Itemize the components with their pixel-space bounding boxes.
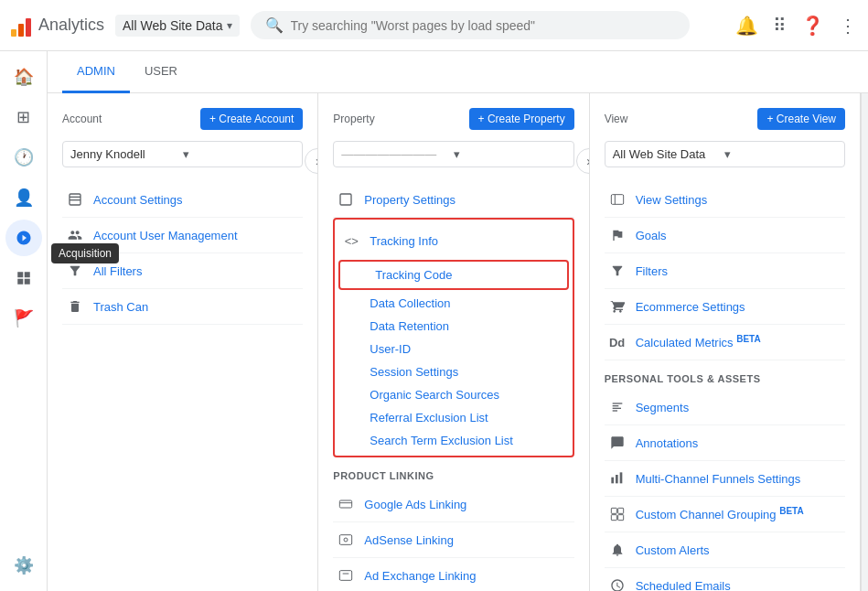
account-settings-label: Account Settings xyxy=(93,193,183,207)
sidebar-item-realtime[interactable]: 🕐 xyxy=(5,139,42,176)
tracking-code-item: Tracking Code xyxy=(338,260,568,290)
svg-rect-12 xyxy=(340,571,352,581)
multi-channel-label: Multi-Channel Funnels Settings xyxy=(636,472,801,486)
create-view-button[interactable]: + Create View xyxy=(757,108,845,130)
property-value: ———————— xyxy=(341,147,454,161)
account-settings-item[interactable]: Account Settings xyxy=(62,182,303,218)
ad-exchange-icon xyxy=(337,566,355,585)
organic-search-sources-link[interactable]: Organic Search Sources xyxy=(338,383,568,406)
sidebar-item-behavior[interactable] xyxy=(5,260,42,296)
custom-channel-grouping-item[interactable]: Custom Channel Grouping BETA xyxy=(605,497,845,532)
goals-icon xyxy=(608,226,627,244)
tracking-info-header[interactable]: <> Tracking Info xyxy=(338,223,568,258)
personal-tools-label: PERSONAL TOOLS & ASSETS xyxy=(605,373,845,384)
help-icon[interactable]: ❓ xyxy=(801,15,824,37)
session-settings-link[interactable]: Session Settings xyxy=(338,360,568,383)
analytics-logo xyxy=(11,15,31,37)
property-selector[interactable]: All Web Site Data ▾ xyxy=(115,15,239,37)
ecommerce-icon xyxy=(608,297,627,316)
calculated-metrics-item[interactable]: Dd Calculated Metrics BETA xyxy=(605,325,845,360)
svg-point-11 xyxy=(344,538,348,542)
view-filters-item[interactable]: Filters xyxy=(605,253,845,289)
property-selector-dropdown[interactable]: ———————— ▾ xyxy=(333,141,573,167)
search-input[interactable] xyxy=(291,18,675,33)
sidebar-item-home[interactable]: 🏠 xyxy=(5,59,42,95)
ecommerce-settings-label: Ecommerce Settings xyxy=(636,300,745,314)
user-id-link[interactable]: User-ID xyxy=(338,338,568,360)
custom-alerts-icon xyxy=(608,541,627,559)
view-column: View + Create View All Web Site Data ▾ V… xyxy=(590,93,861,591)
google-ads-linking-label: Google Ads Linking xyxy=(364,498,466,511)
admin-tabs: ADMIN USER xyxy=(48,51,868,93)
scrollbar[interactable] xyxy=(861,93,868,591)
property-name: All Web Site Data xyxy=(123,18,222,33)
acquisition-tooltip: Acquisition xyxy=(51,243,119,263)
ecommerce-settings-item[interactable]: Ecommerce Settings xyxy=(605,289,845,325)
apps-icon[interactable]: ⠿ xyxy=(773,15,787,37)
segments-icon xyxy=(608,398,627,416)
logo-bar-3 xyxy=(26,18,31,37)
sidebar-item-acquisition[interactable] xyxy=(5,220,42,256)
scheduled-emails-item[interactable]: Scheduled Emails xyxy=(605,568,845,591)
account-user-management-label: Account User Management xyxy=(93,229,238,242)
sidebar-item-goals[interactable]: 🚩 xyxy=(5,300,42,337)
google-ads-linking-item[interactable]: Google Ads Linking xyxy=(333,487,573,522)
admin-columns: Account + Create Account Jenny Knodell ▾… xyxy=(48,93,868,591)
property-settings-item[interactable]: Property Settings xyxy=(333,182,573,218)
beta-badge-calculated: BETA xyxy=(736,334,760,344)
custom-alerts-label: Custom Alerts xyxy=(636,543,710,557)
segments-label: Segments xyxy=(636,401,690,414)
all-filters-label: All Filters xyxy=(93,264,142,278)
search-bar[interactable]: 🔍 xyxy=(251,11,690,39)
property-label: Property xyxy=(333,113,374,125)
sidebar-item-audience[interactable]: 👤 xyxy=(5,179,42,216)
trash-can-item[interactable]: Trash Can xyxy=(62,289,303,325)
view-settings-item[interactable]: View Settings xyxy=(605,182,845,218)
sidebar-item-settings[interactable]: ⚙️ xyxy=(5,547,42,584)
view-filter-icon xyxy=(608,262,627,280)
sidebar-item-reports[interactable]: ⊞ xyxy=(5,99,42,135)
ad-exchange-linking-item[interactable]: Ad Exchange Linking xyxy=(333,558,573,591)
more-icon[interactable]: ⋮ xyxy=(839,15,857,37)
goals-item[interactable]: Goals xyxy=(605,218,845,253)
tracking-info-label: Tracking Info xyxy=(370,234,438,248)
svg-rect-3 xyxy=(24,279,29,285)
create-account-button[interactable]: + Create Account xyxy=(200,108,303,130)
tab-admin[interactable]: ADMIN xyxy=(62,51,130,93)
svg-rect-18 xyxy=(611,195,623,205)
tab-user[interactable]: USER xyxy=(130,51,192,93)
logo-bar-2 xyxy=(18,24,24,37)
search-icon: 🔍 xyxy=(265,16,284,34)
notifications-icon[interactable]: 🔔 xyxy=(735,15,758,37)
ad-exchange-linking-label: Ad Exchange Linking xyxy=(364,569,476,583)
beta-badge-channel: BETA xyxy=(779,506,803,516)
custom-alerts-item[interactable]: Custom Alerts xyxy=(605,532,845,568)
custom-channel-icon xyxy=(608,505,627,523)
svg-rect-27 xyxy=(611,508,616,513)
tracking-code-link[interactable]: Tracking Code xyxy=(344,263,563,286)
tracking-info-section: <> Tracking Info Tracking Code Data Coll… xyxy=(333,218,573,457)
svg-rect-26 xyxy=(619,472,622,483)
view-settings-label: View Settings xyxy=(636,193,708,207)
multi-channel-item[interactable]: Multi-Channel Funnels Settings xyxy=(605,461,845,497)
segments-item[interactable]: Segments xyxy=(605,390,845,425)
multi-channel-icon xyxy=(608,469,627,488)
adsense-linking-item[interactable]: AdSense Linking xyxy=(333,522,573,558)
trash-can-label: Trash Can xyxy=(93,300,148,314)
referral-exclusion-link[interactable]: Referral Exclusion List xyxy=(338,406,568,429)
account-settings-icon xyxy=(66,190,84,209)
data-collection-link[interactable]: Data Collection xyxy=(338,292,568,315)
create-property-button[interactable]: + Create Property xyxy=(469,108,574,130)
account-selector[interactable]: Jenny Knodell ▾ xyxy=(62,141,303,167)
adsense-linking-label: AdSense Linking xyxy=(364,533,454,547)
people-icon xyxy=(66,226,84,244)
view-selector-dropdown[interactable]: All Web Site Data ▾ xyxy=(605,141,845,167)
account-col-nav-btn[interactable]: › xyxy=(305,148,318,174)
product-linking-label: PRODUCT LINKING xyxy=(333,470,573,481)
layout: 🏠 ⊞ 🕐 👤 🚩 ⚙️ Acquisition ADMIN USER Acco… xyxy=(0,51,868,591)
annotations-item[interactable]: Annotations xyxy=(605,425,845,461)
trash-icon xyxy=(66,297,84,316)
property-col-nav-btn[interactable]: › xyxy=(576,148,590,174)
data-retention-link[interactable]: Data Retention xyxy=(338,315,568,338)
search-term-exclusion-link[interactable]: Search Term Exclusion List xyxy=(338,429,568,452)
